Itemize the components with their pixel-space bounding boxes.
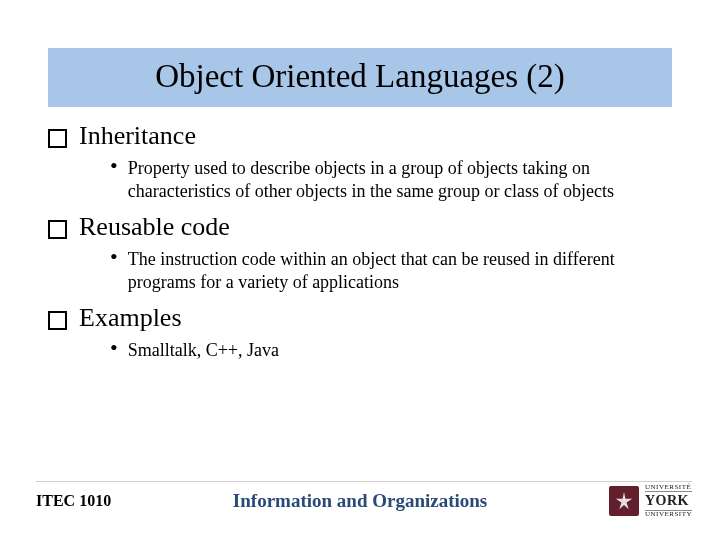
slide-content: Inheritance • Property used to describe … — [48, 121, 672, 362]
bullet-icon: • — [110, 157, 118, 175]
list-item: Inheritance — [48, 121, 672, 151]
square-bullet-icon — [48, 129, 67, 148]
item-label: Reusable code — [79, 212, 230, 242]
sub-list-item: • Property used to describe objects in a… — [110, 157, 672, 202]
slide-footer: ITEC 1010 Information and Organizations … — [0, 484, 720, 518]
sub-item-text: Smalltalk, C++, Java — [128, 339, 279, 362]
footer-subtitle: Information and Organizations — [111, 490, 609, 512]
sub-item-text: Property used to describe objects in a g… — [128, 157, 672, 202]
sub-list-item: • Smalltalk, C++, Java — [110, 339, 672, 362]
logo-bot-text: UNIVERSITY — [645, 511, 692, 518]
york-crest-icon — [609, 486, 639, 516]
list-item: Reusable code — [48, 212, 672, 242]
sub-item-text: The instruction code within an object th… — [128, 248, 672, 293]
logo-top-text: UNIVERSITÉ — [645, 484, 692, 491]
slide-title: Object Oriented Languages (2) — [48, 48, 672, 107]
course-code: ITEC 1010 — [36, 492, 111, 510]
list-item: Examples — [48, 303, 672, 333]
footer-divider — [36, 481, 692, 482]
york-wordmark: UNIVERSITÉ YORK UNIVERSITY — [645, 484, 692, 518]
bullet-icon: • — [110, 339, 118, 357]
university-logo: UNIVERSITÉ YORK UNIVERSITY — [609, 484, 692, 518]
logo-mid-text: YORK — [645, 491, 692, 511]
item-label: Inheritance — [79, 121, 196, 151]
square-bullet-icon — [48, 311, 67, 330]
item-label: Examples — [79, 303, 182, 333]
sub-list-item: • The instruction code within an object … — [110, 248, 672, 293]
bullet-icon: • — [110, 248, 118, 266]
square-bullet-icon — [48, 220, 67, 239]
